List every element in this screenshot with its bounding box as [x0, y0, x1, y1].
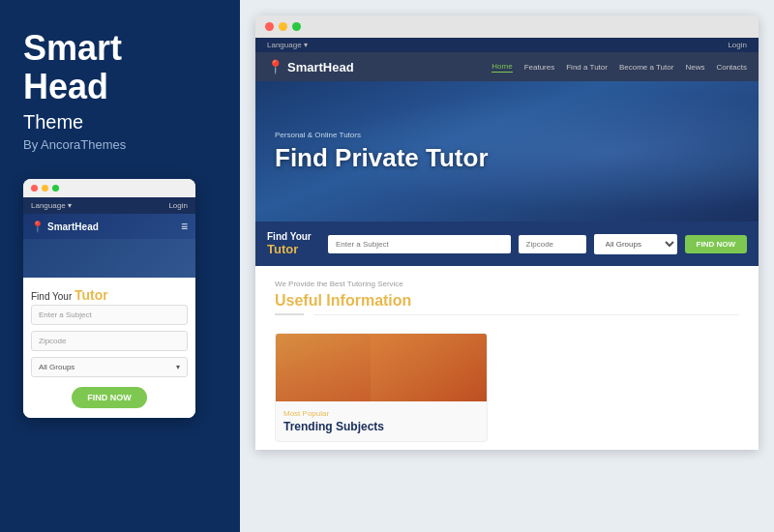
- site-lang[interactable]: Language ▾: [267, 41, 308, 49]
- mockup-login: Login: [168, 201, 188, 210]
- mockup-logo: 📍 SmartHead: [31, 221, 99, 233]
- mockup-group-select[interactable]: All Groups ▾: [31, 357, 188, 377]
- right-panel: Language ▾ Login 📍 SmartHead Home Featur…: [240, 0, 774, 532]
- divider-line-right: [313, 314, 739, 315]
- browser-titlebar: [255, 15, 759, 38]
- card-tag: Most Popular: [283, 409, 479, 418]
- site-logo: 📍 SmartHead: [267, 59, 354, 74]
- mockup-topbar: Language ▾ Login: [23, 197, 195, 214]
- site-login[interactable]: Login: [728, 41, 747, 49]
- minimize-dot: [42, 185, 48, 192]
- maximize-dot: [52, 185, 59, 192]
- browser-content: Language ▾ Login 📍 SmartHead Home Featur…: [255, 38, 759, 450]
- browser-maximize-dot[interactable]: [292, 22, 301, 31]
- browser-window: Language ▾ Login 📍 SmartHead Home Featur…: [255, 15, 759, 450]
- nav-contacts[interactable]: Contacts: [716, 63, 747, 72]
- mockup-subject-input[interactable]: Enter a Subject: [31, 305, 188, 325]
- nav-find-tutor[interactable]: Find a Tutor: [566, 63, 608, 72]
- site-topbar: Language ▾ Login: [255, 38, 759, 52]
- nav-features[interactable]: Features: [524, 63, 555, 72]
- site-navbar: 📍 SmartHead Home Features Find a Tutor B…: [255, 52, 759, 81]
- mobile-mockup: Language ▾ Login 📍 SmartHead ≡ Find Your…: [23, 179, 195, 418]
- brand-by: By AncoraThemes: [23, 137, 217, 152]
- close-dot: [31, 185, 38, 192]
- site-search-bar: Find Your Tutor All Groups FIND NOW: [255, 222, 759, 266]
- trending-subjects-card: Most Popular Trending Subjects: [275, 333, 488, 442]
- site-hero: Personal & Online Tutors Find Private Tu…: [255, 81, 759, 222]
- search-group-select[interactable]: All Groups: [594, 234, 677, 254]
- section-divider: [275, 313, 739, 315]
- hero-subtitle: Personal & Online Tutors: [275, 131, 739, 139]
- pin-icon: 📍: [31, 221, 45, 233]
- browser-minimize-dot[interactable]: [279, 22, 287, 31]
- people-silhouette: [371, 334, 487, 401]
- nav-home[interactable]: Home: [491, 62, 512, 73]
- card-title: Trending Subjects: [283, 420, 479, 433]
- card-body: Most Popular Trending Subjects: [276, 401, 487, 441]
- mockup-find-now-button[interactable]: FIND NOW: [72, 387, 147, 408]
- search-tutor-accent: Tutor: [267, 242, 298, 256]
- mockup-find-label: Find Your Tutor: [31, 287, 188, 303]
- mockup-lang: Language ▾: [31, 201, 72, 210]
- browser-close-dot[interactable]: [265, 22, 274, 31]
- info-heading-accent: Information: [326, 292, 411, 309]
- nav-become-tutor[interactable]: Become a Tutor: [619, 63, 673, 72]
- search-subject-input[interactable]: [328, 235, 511, 253]
- mockup-hero-image: [23, 239, 195, 278]
- hero-title: Find Private Tutor: [275, 143, 739, 173]
- site-bottom-section: Most Popular Trending Subjects: [255, 325, 759, 450]
- site-pin-icon: 📍: [267, 59, 283, 74]
- card-image: [276, 334, 487, 401]
- search-zip-input[interactable]: [519, 235, 586, 253]
- divider-line-left: [275, 313, 304, 315]
- hamburger-icon[interactable]: ≡: [181, 220, 188, 233]
- info-heading: Useful Information: [275, 292, 739, 310]
- search-label: Find Your Tutor: [267, 231, 320, 256]
- mockup-body: Find Your Tutor Enter a Subject Zipcode …: [23, 278, 195, 418]
- site-info-section: We Provide the Best Tutoring Service Use…: [255, 266, 759, 325]
- site-nav-links: Home Features Find a Tutor Become a Tuto…: [491, 62, 747, 73]
- info-tag: We Provide the Best Tutoring Service: [275, 280, 739, 288]
- nav-news[interactable]: News: [685, 63, 704, 72]
- brand-title: Smart Head: [23, 29, 217, 105]
- mockup-titlebar: [23, 179, 195, 197]
- search-find-now-button[interactable]: FIND NOW: [685, 235, 747, 253]
- mockup-zipcode-input[interactable]: Zipcode: [31, 331, 188, 351]
- left-panel: Smart Head Theme By AncoraThemes Languag…: [0, 0, 240, 532]
- mockup-header: 📍 SmartHead ≡: [23, 214, 195, 239]
- mockup-tutor-accent: Tutor: [74, 287, 108, 303]
- brand-subtitle: Theme: [23, 111, 217, 133]
